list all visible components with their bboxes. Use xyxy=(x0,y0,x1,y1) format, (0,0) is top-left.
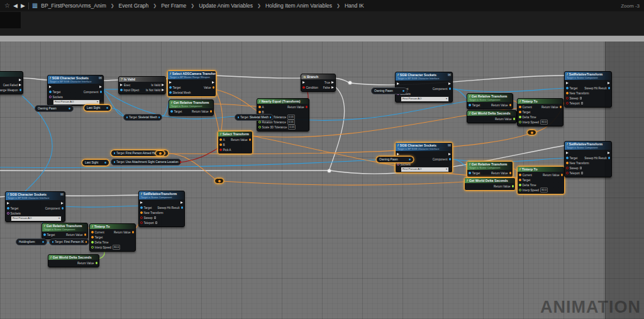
transform-pin-icon[interactable] xyxy=(519,111,521,113)
breadcrumb-item[interactable]: Hand IK xyxy=(345,3,364,9)
bool-pin-icon[interactable] xyxy=(566,102,569,104)
bool-pin-icon[interactable] xyxy=(566,172,569,174)
favorite-star-icon[interactable]: ☆ xyxy=(4,0,10,11)
pin-target[interactable]: Target xyxy=(566,87,577,90)
pin-exec[interactable] xyxy=(212,81,214,84)
pin-return-value[interactable]: Return Value xyxy=(491,172,511,175)
object-pin-icon[interactable] xyxy=(608,157,611,159)
sockets-dropdown[interactable]: First Person AO▾ xyxy=(11,216,62,221)
pin-target[interactable]: Target xyxy=(469,104,480,107)
pin-target[interactable]: Target xyxy=(7,207,18,210)
exec-pin-icon[interactable] xyxy=(19,79,21,81)
pin-new-transform[interactable]: New Transform xyxy=(140,211,164,215)
pin-b[interactable]: B xyxy=(258,111,264,114)
pin-delta-time[interactable]: Delta Time xyxy=(91,241,108,244)
pin-teleport[interactable]: Teleport xyxy=(140,221,157,225)
back-arrow-icon[interactable]: ◀ xyxy=(13,0,18,11)
pin-exec[interactable] xyxy=(7,202,9,204)
exec-pin-icon[interactable] xyxy=(19,84,21,86)
checkbox[interactable] xyxy=(581,102,584,104)
pin-current[interactable]: Current xyxy=(519,174,532,177)
node-get-world-delta-seconds-2[interactable]: fGet World Delta SecondsReturn Value xyxy=(464,177,516,191)
pin-exec[interactable] xyxy=(608,82,610,84)
pin-sweep-hit-result[interactable]: Sweep Hit Result xyxy=(157,206,183,210)
compact-node-first-person-ik[interactable]: TargetFirst Person IK xyxy=(49,238,89,245)
docked-tab-stub[interactable] xyxy=(0,12,21,28)
pin-return-value[interactable]: Return Value xyxy=(66,233,86,237)
node-get-world-delta-seconds-3[interactable]: fGet World Delta SecondsReturn Value xyxy=(48,254,99,267)
float-pin-icon[interactable] xyxy=(519,189,521,191)
pin-sweep[interactable]: Sweep xyxy=(566,167,582,170)
exec-pin-icon[interactable] xyxy=(120,84,123,86)
value-box[interactable]: 30.0 xyxy=(540,120,548,125)
pin-new-transform[interactable]: New Transform xyxy=(566,92,589,95)
pin-a[interactable]: A xyxy=(219,138,225,142)
exec-pin-icon[interactable] xyxy=(169,81,172,84)
node-is-valid[interactable]: ?Is ValidExecIs ValidInput ObjectIs Not … xyxy=(118,76,166,94)
object-pin-icon[interactable] xyxy=(469,104,471,106)
object-pin-icon[interactable] xyxy=(402,90,405,92)
pin-teleport[interactable]: Teleport xyxy=(566,102,583,105)
pin-sweep-hit-result[interactable]: Sweep Hit Result xyxy=(584,157,610,160)
bool-pin-icon[interactable] xyxy=(306,106,308,108)
pin-exec[interactable] xyxy=(397,153,399,155)
compact-node-holding-item[interactable]: HoldingItem xyxy=(16,238,47,245)
breadcrumb-item[interactable]: Event Graph xyxy=(119,3,149,9)
pin-component[interactable]: Component xyxy=(45,207,64,210)
transform-pin-icon[interactable] xyxy=(249,138,252,141)
value-box[interactable]: 0.01 xyxy=(287,115,295,120)
exec-pin-icon[interactable] xyxy=(7,202,9,204)
pin-return-value[interactable]: Return Value xyxy=(114,231,134,234)
pin-value[interactable]: Value xyxy=(204,86,214,89)
node-set-relative-transform-3[interactable]: fSetRelativeTransformTarget is Scene Com… xyxy=(138,191,185,227)
reroute-node[interactable] xyxy=(214,178,224,184)
value-box[interactable]: 30.0 xyxy=(540,187,548,193)
object-pin-icon[interactable] xyxy=(270,116,271,119)
compact-node-use-attachment-sight-camera-location[interactable]: TargetUse Attachment Sight Camera Locati… xyxy=(111,159,181,165)
transform-pin-icon[interactable] xyxy=(132,231,135,233)
transform-pin-icon[interactable] xyxy=(509,172,512,174)
object-pin-icon[interactable] xyxy=(169,91,172,94)
pin-target[interactable]: Target xyxy=(91,236,103,239)
object-pin-icon[interactable] xyxy=(114,152,115,155)
pin-return-value[interactable]: Return Value xyxy=(543,174,563,177)
exec-pin-icon[interactable] xyxy=(49,86,52,88)
pin-false[interactable]: False xyxy=(323,86,334,89)
transform-pin-icon[interactable] xyxy=(210,110,213,113)
transform-pin-icon[interactable] xyxy=(86,241,87,243)
object-pin-icon[interactable] xyxy=(158,116,160,119)
pin-exec[interactable] xyxy=(566,152,569,154)
pin-sockets[interactable]: Sockets xyxy=(49,96,63,99)
compact-node-skeletal-mesh-2[interactable]: TargetSkeletal Mesh xyxy=(235,114,274,121)
node-get-relative-transform-3[interactable]: fGet Relative TransformTarget is Scene C… xyxy=(467,161,513,177)
reroute-node[interactable] xyxy=(155,150,165,156)
checkbox[interactable] xyxy=(155,221,158,224)
pin-cast-failed[interactable]: Cast Failed xyxy=(3,84,21,87)
breadcrumb-item[interactable]: BP_FirstPersonArms_Anim xyxy=(41,3,106,9)
value-box[interactable]: 0.01 xyxy=(288,125,296,130)
exec-pin-icon[interactable] xyxy=(608,82,610,84)
object-pin-icon[interactable] xyxy=(42,241,45,243)
pin-condition[interactable]: Condition xyxy=(303,86,318,89)
transform-pin-icon[interactable] xyxy=(566,162,569,164)
pin-sockets[interactable]: Sockets xyxy=(397,163,411,166)
pin-is-valid[interactable]: Is Valid xyxy=(151,84,164,87)
object-pin-icon[interactable] xyxy=(69,108,71,110)
exec-pin-icon[interactable] xyxy=(303,81,305,84)
pin-exec[interactable] xyxy=(448,82,451,85)
exec-pin-icon[interactable] xyxy=(566,82,569,84)
object-pin-icon[interactable] xyxy=(49,91,52,93)
transform-pin-icon[interactable] xyxy=(519,179,521,181)
pin-exec[interactable] xyxy=(140,201,143,204)
object-pin-icon[interactable] xyxy=(104,162,107,164)
transform-pin-icon[interactable] xyxy=(566,92,569,94)
pin-target[interactable]: Target xyxy=(566,157,577,160)
breadcrumb-item[interactable]: Holding Item Anim Variables xyxy=(265,3,332,9)
object-pin-icon[interactable] xyxy=(181,206,184,209)
pin-target[interactable]: Target xyxy=(140,206,152,210)
pin-return-value[interactable]: Return Value xyxy=(192,110,212,113)
pin-delta-time[interactable]: Delta Time xyxy=(519,116,536,119)
object-pin-icon[interactable] xyxy=(469,172,471,174)
checkbox[interactable] xyxy=(581,172,584,174)
float-pin-icon[interactable] xyxy=(91,241,94,243)
